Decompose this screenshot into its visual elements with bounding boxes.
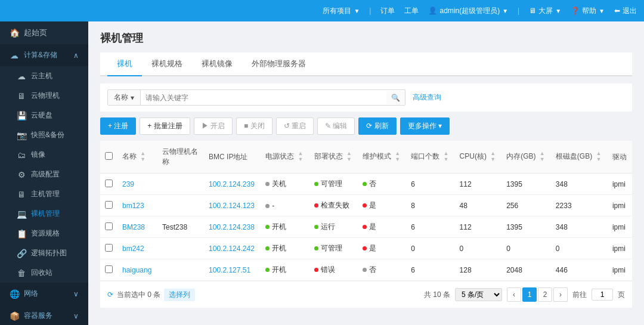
- cell-power-status: 开机: [261, 238, 309, 259]
- sort-maint-icon[interactable]: ▲▼: [395, 151, 400, 163]
- recycle-icon: 🗑: [17, 268, 26, 278]
- cell-name[interactable]: bm123: [117, 195, 157, 216]
- tab-external-server[interactable]: 外部物理服务器: [242, 52, 315, 76]
- sidebar-section-compute[interactable]: ☁ 计算&存储 ∧: [0, 44, 88, 66]
- sidebar-item-home[interactable]: 🏠 起始页: [0, 21, 88, 44]
- sort-disk-icon[interactable]: ▲▼: [596, 151, 602, 163]
- sidebar-item-logic-topology[interactable]: 🔗 逻辑拓扑图: [0, 243, 88, 263]
- chevron-down-icon: ∨: [73, 290, 79, 298]
- cell-name[interactable]: bm242: [117, 238, 157, 259]
- col-power-status: 电源状态 ▲▼: [261, 141, 309, 174]
- col-cpu: CPU(核) ▲▼: [455, 141, 502, 174]
- tab-bare-metal-spec[interactable]: 裸机规格: [142, 52, 192, 76]
- logout-icon: ⬅: [614, 7, 620, 15]
- edit-button[interactable]: ✎ 编辑: [317, 117, 355, 135]
- sidebar-item-image[interactable]: 🗂 镜像: [0, 145, 88, 165]
- chevron-up-icon: ∧: [73, 51, 79, 60]
- sort-name-icon[interactable]: ▲▼: [140, 151, 145, 163]
- sort-power-icon[interactable]: ▲▼: [298, 151, 304, 163]
- sidebar-item-bare-metal[interactable]: 💻 裸机管理: [0, 204, 88, 224]
- next-page-button[interactable]: ›: [553, 287, 568, 302]
- cloud-host-icon: ☁: [17, 72, 26, 81]
- row-checkbox[interactable]: [105, 222, 113, 230]
- page-size-select[interactable]: 5 条/页 10 条/页 20 条/页 50 条/页: [455, 288, 502, 301]
- row-checkbox[interactable]: [105, 179, 113, 187]
- advanced-search-link[interactable]: 高级查询: [413, 92, 441, 103]
- sort-ports-icon[interactable]: ▲▼: [444, 151, 449, 163]
- row-checkbox[interactable]: [105, 201, 113, 209]
- tab-bare-metal[interactable]: 裸机: [107, 52, 142, 76]
- cell-ports: 0: [406, 238, 454, 259]
- cell-name[interactable]: haiguang: [117, 259, 157, 281]
- cell-bmc-ip[interactable]: 100.2.124.123: [204, 195, 261, 216]
- sidebar-section-container[interactable]: 📦 容器服务 ∨: [0, 305, 88, 325]
- goto-input[interactable]: [592, 289, 613, 301]
- cell-deploy-status: 可管理: [309, 174, 358, 195]
- shutdown-button[interactable]: ■ 关闭: [236, 117, 273, 135]
- cell-bmc-ip[interactable]: 100.2.124.239: [204, 174, 261, 195]
- cell-driver: ipmi: [608, 216, 632, 238]
- user-menu[interactable]: 👤 admin(超级管理员) ▼: [428, 6, 508, 16]
- cell-disk: 0: [551, 238, 608, 259]
- cell-maintenance: 否: [358, 259, 406, 281]
- cell-driver: ipmi: [608, 195, 632, 216]
- sidebar-item-cloud-host[interactable]: ☁ 云主机: [0, 66, 88, 86]
- cell-maintenance: 是: [358, 195, 406, 216]
- register-button[interactable]: + 注册: [100, 117, 136, 135]
- more-actions-button[interactable]: 更多操作 ▾: [400, 117, 450, 135]
- cell-power-status: 开机: [261, 216, 309, 238]
- select-all-link[interactable]: 选择列: [164, 289, 195, 301]
- row-checkbox[interactable]: [105, 265, 113, 273]
- col-ports: 端口个数 ▲▼: [406, 141, 454, 174]
- cell-ports: 8: [406, 195, 454, 216]
- display-icon: 🖥: [529, 7, 536, 15]
- cell-maintenance: 是: [358, 216, 406, 238]
- cell-name[interactable]: 239: [117, 174, 157, 195]
- help-menu[interactable]: ❓ 帮助 ▼: [571, 6, 605, 16]
- sidebar-item-host-manage[interactable]: 🖥 主机管理: [0, 184, 88, 204]
- sort-cpu-icon[interactable]: ▲▼: [490, 151, 496, 163]
- cell-bmc-ip[interactable]: 100.2.124.238: [204, 216, 261, 238]
- sort-memory-icon[interactable]: ▲▼: [540, 151, 545, 163]
- sort-deploy-icon[interactable]: ▲▼: [346, 151, 352, 163]
- table-row: 239 100.2.124.239 关机 可管理 否 6 112 1395 34…: [100, 174, 632, 195]
- refresh-button[interactable]: ⟳ 刷新: [358, 117, 396, 135]
- cell-name[interactable]: BM238: [117, 216, 157, 238]
- sidebar-section-network[interactable]: 🌐 网络 ∨: [0, 283, 88, 305]
- tab-bare-metal-image[interactable]: 裸机镜像: [192, 52, 242, 76]
- reset-button[interactable]: ↺ 重启: [276, 117, 314, 135]
- sidebar-item-recycle[interactable]: 🗑 回收站: [0, 263, 88, 283]
- workorder-link[interactable]: 工单: [404, 6, 419, 16]
- user-icon: 👤: [428, 7, 437, 15]
- page-2-button[interactable]: 2: [538, 287, 552, 302]
- page-1-button[interactable]: 1: [522, 287, 537, 302]
- all-projects-selector[interactable]: 所有项目 ▼: [323, 6, 360, 16]
- search-input[interactable]: [141, 91, 386, 104]
- order-link[interactable]: 订单: [380, 6, 395, 16]
- cell-bmc-ip[interactable]: 100.2.127.51: [204, 259, 261, 281]
- cell-bmc-ip[interactable]: 100.2.124.242: [204, 238, 261, 259]
- search-label[interactable]: 名称 ▾: [108, 90, 141, 105]
- cell-ports: 6: [406, 174, 454, 195]
- prev-page-button[interactable]: ‹: [507, 287, 521, 302]
- search-button[interactable]: 🔍: [386, 91, 405, 104]
- row-checkbox[interactable]: [105, 244, 113, 252]
- cell-driver: ipmi: [608, 259, 632, 281]
- logout-button[interactable]: ⬅ 退出: [614, 6, 637, 16]
- sidebar-item-cloud-physical[interactable]: 🖥 云物理机: [0, 86, 88, 106]
- select-all-checkbox[interactable]: [105, 152, 113, 160]
- advanced-config-icon: ⚙: [17, 170, 26, 179]
- sidebar-item-resource-spec[interactable]: 📋 资源规格: [0, 224, 88, 243]
- sidebar-item-snapshot[interactable]: 📷 快照&备份: [0, 125, 88, 145]
- network-icon: 🌐: [10, 289, 19, 299]
- batch-register-button[interactable]: + 批量注册: [140, 117, 190, 135]
- sidebar-item-cloud-disk[interactable]: 💾 云硬盘: [0, 106, 88, 125]
- sidebar-item-advanced-config[interactable]: ⚙ 高级配置: [0, 165, 88, 184]
- cloud-disk-icon: 💾: [17, 111, 26, 120]
- power-on-button[interactable]: ▶ 开启: [194, 117, 233, 135]
- tab-bar: 裸机 裸机规格 裸机镜像 外部物理服务器: [100, 52, 632, 76]
- selected-count: 当前选中 0 条: [117, 290, 160, 300]
- all-projects-label: 所有项目: [323, 6, 351, 16]
- cell-memory: 0: [501, 238, 551, 259]
- display-menu[interactable]: 🖥 大屏 ▼: [529, 6, 561, 16]
